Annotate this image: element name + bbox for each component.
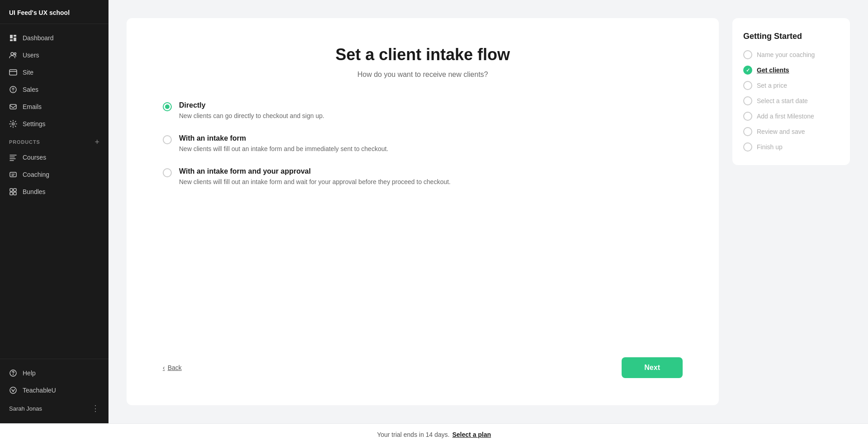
gs-label-get-clients: Get clients [757, 66, 789, 74]
bundles-icon [9, 188, 17, 196]
gs-item-set-price[interactable]: Set a price [743, 81, 839, 90]
coaching-icon [9, 170, 17, 179]
gs-check-review-save [743, 127, 752, 136]
site-icon [9, 68, 17, 76]
getting-started-title: Getting Started [743, 32, 839, 41]
option-directly-text: Directly New clients can go directly to … [179, 101, 324, 121]
option-directly-desc: New clients can go directly to checkout … [179, 111, 324, 121]
radio-intake-form[interactable] [163, 135, 172, 144]
sidebar-user-name: Sarah Jonas [9, 405, 42, 412]
gs-check-start-date [743, 96, 752, 105]
gs-check-set-price [743, 81, 752, 90]
app-logo: UI Feed's UX school [0, 0, 108, 24]
sidebar-item-label: Site [23, 69, 33, 76]
gs-item-finish-up[interactable]: Finish up [743, 142, 839, 151]
main-content: Set a client intake flow How do you want… [108, 0, 868, 423]
add-product-button[interactable]: + [94, 138, 99, 146]
sidebar-item-sales[interactable]: Sales [0, 81, 108, 98]
svg-rect-4 [10, 104, 16, 109]
trial-text: Your trial ends in 14 days. [377, 431, 450, 438]
form-subtitle: How do you want to receive new clients? [163, 71, 683, 79]
sidebar-item-label: Courses [23, 154, 46, 161]
sidebar-item-label: Users [23, 52, 39, 59]
user-menu-button[interactable]: ⋮ [91, 403, 99, 413]
products-divider: PRODUCTS + [0, 133, 108, 149]
next-button[interactable]: Next [622, 357, 683, 378]
dashboard-icon [9, 34, 17, 42]
radio-intake-form-approval[interactable] [163, 168, 172, 177]
form-footer: ‹ Back Next [163, 357, 683, 378]
svg-rect-9 [10, 192, 13, 195]
svg-rect-7 [10, 189, 13, 191]
gs-item-name-coaching[interactable]: Name your coaching [743, 50, 839, 59]
emails-icon [9, 103, 17, 111]
gs-label-finish-up: Finish up [757, 143, 783, 151]
sidebar-item-label: Emails [23, 103, 42, 110]
help-icon [9, 369, 17, 377]
svg-point-12 [10, 387, 16, 393]
getting-started-items: Name your coaching Get clients Set a pri… [743, 50, 839, 151]
sidebar: UI Feed's UX school Dashboard [0, 0, 108, 423]
gs-item-get-clients[interactable]: Get clients [743, 66, 839, 75]
option-intake-form-approval[interactable]: With an intake form and your approval Ne… [163, 167, 683, 187]
settings-icon [9, 120, 17, 128]
products-label: PRODUCTS [9, 139, 40, 145]
teachableu-icon [9, 386, 17, 394]
sidebar-bottom: Help TeachableU Sarah Jonas ⋮ [0, 359, 108, 423]
radio-directly[interactable] [163, 102, 172, 111]
sidebar-item-site[interactable]: Site [0, 64, 108, 81]
sidebar-item-label: Help [23, 369, 36, 377]
sidebar-nav: Dashboard Users [0, 24, 108, 359]
back-chevron-icon: ‹ [163, 364, 165, 371]
users-icon [9, 51, 17, 59]
gs-item-review-save[interactable]: Review and save [743, 127, 839, 136]
sidebar-item-label: Dashboard [23, 34, 54, 42]
sidebar-item-label: Coaching [23, 171, 49, 178]
gs-check-add-milestone [743, 112, 752, 121]
option-intake-form[interactable]: With an intake form New clients will fil… [163, 134, 683, 154]
gs-label-review-save: Review and save [757, 128, 805, 135]
select-plan-link[interactable]: Select a plan [453, 431, 491, 438]
option-directly-label: Directly [179, 101, 324, 109]
back-button[interactable]: ‹ Back [163, 364, 182, 371]
svg-rect-8 [14, 189, 16, 191]
gs-label-start-date: Select a start date [757, 97, 808, 104]
back-label: Back [168, 364, 182, 371]
sidebar-item-users[interactable]: Users [0, 47, 108, 64]
sidebar-item-courses[interactable]: Courses [0, 149, 108, 166]
gs-label-set-price: Set a price [757, 82, 787, 89]
gs-check-name-coaching [743, 50, 752, 59]
svg-rect-2 [9, 70, 17, 75]
sidebar-item-label: Settings [23, 120, 46, 128]
gs-label-name-coaching: Name your coaching [757, 51, 815, 58]
sidebar-user-row: Sarah Jonas ⋮ [0, 399, 108, 418]
sales-icon [9, 85, 17, 94]
svg-point-5 [12, 123, 14, 125]
sidebar-item-label: TeachableU [23, 387, 56, 394]
sidebar-item-emails[interactable]: Emails [0, 98, 108, 115]
getting-started-panel: Getting Started Name your coaching Get c… [732, 18, 850, 165]
main-area: Set a client intake flow How do you want… [108, 0, 868, 423]
courses-icon [9, 153, 17, 161]
bottom-bar: Your trial ends in 14 days. Select a pla… [0, 423, 868, 445]
gs-label-add-milestone: Add a first Milestone [757, 113, 814, 120]
gs-check-finish-up [743, 142, 752, 151]
form-title: Set a client intake flow [163, 45, 683, 64]
gs-item-start-date[interactable]: Select a start date [743, 96, 839, 105]
sidebar-item-dashboard[interactable]: Dashboard [0, 29, 108, 47]
sidebar-item-bundles[interactable]: Bundles [0, 183, 108, 200]
option-intake-form-approval-desc: New clients will fill out an intake form… [179, 177, 451, 187]
sidebar-item-teachableu[interactable]: TeachableU [0, 382, 108, 399]
gs-item-add-milestone[interactable]: Add a first Milestone [743, 112, 839, 121]
option-intake-form-approval-label: With an intake form and your approval [179, 167, 451, 175]
sidebar-item-label: Bundles [23, 188, 46, 195]
sidebar-item-help[interactable]: Help [0, 365, 108, 382]
option-directly[interactable]: Directly New clients can go directly to … [163, 101, 683, 121]
sidebar-item-label: Sales [23, 86, 38, 93]
sidebar-item-coaching[interactable]: Coaching [0, 166, 108, 183]
option-intake-form-label: With an intake form [179, 134, 388, 142]
option-intake-form-approval-text: With an intake form and your approval Ne… [179, 167, 451, 187]
sidebar-item-settings[interactable]: Settings [0, 115, 108, 133]
options-list: Directly New clients can go directly to … [163, 101, 683, 335]
svg-rect-6 [10, 172, 16, 177]
